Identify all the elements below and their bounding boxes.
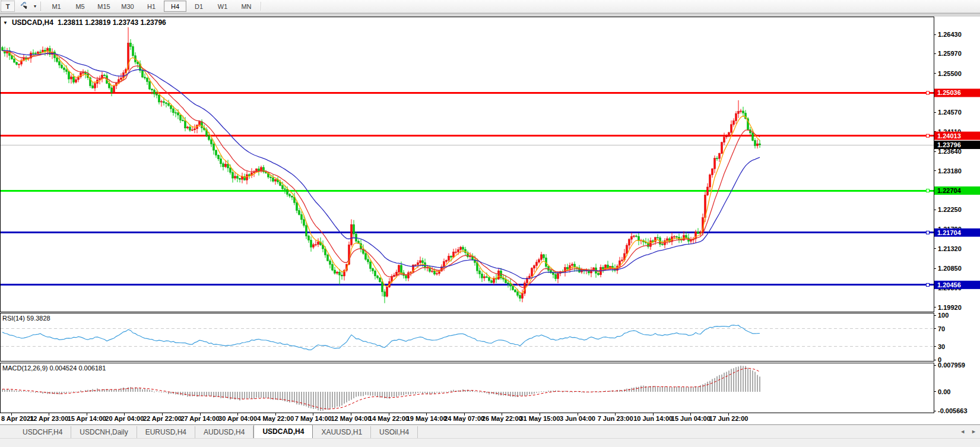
- price-tick-label: 1.24570: [938, 109, 962, 116]
- time-tick-label: 26 May 22:00: [482, 415, 522, 422]
- time-tick-label: 15 Jun 04:00: [671, 415, 711, 422]
- time-tick-label: 27 Apr 14:00: [180, 415, 219, 422]
- time-tick-label: 19 May 14:00: [407, 415, 447, 422]
- timeframe-button-H1[interactable]: H1: [140, 1, 163, 12]
- time-tick-label: 7 Jun 23:00: [598, 415, 633, 422]
- price-line-tag-label: 1.21704: [937, 229, 962, 236]
- tab-scroll-controls: ◄ ►: [960, 429, 976, 435]
- time-tick-label: 12 Apr 23:00: [30, 415, 68, 422]
- rsi-axis-label: 30: [938, 343, 945, 350]
- chart-window: 1.264301.259701.255001.245701.241101.236…: [0, 17, 980, 424]
- chart-symbol-period: USDCAD,H4: [12, 18, 53, 27]
- macd-indicator-label: MACD(12,26,9) 0.004524 0.006181: [2, 364, 106, 372]
- price-line-tag-label: 1.22704: [937, 187, 962, 194]
- chart-tab-USDCAD-H4[interactable]: USDCAD,H4: [253, 424, 313, 438]
- status-bar: [0, 438, 980, 447]
- collapse-data-icon[interactable]: ▼: [3, 20, 8, 26]
- time-tick-label: 10 Jun 14:00: [633, 415, 673, 422]
- chart-tab-XAUUSD-H1[interactable]: XAUUSD,H1: [313, 426, 371, 438]
- chart-svg[interactable]: 1.264301.259701.255001.245701.241101.236…: [0, 17, 980, 424]
- chart-header: ▼ USDCAD,H4 1.23811 1.23819 1.23743 1.23…: [3, 18, 166, 27]
- arrows-tool-icon: [20, 2, 28, 11]
- toolbar-separator: [261, 2, 262, 11]
- timeframe-button-M30[interactable]: M30: [116, 1, 139, 12]
- time-tick-label: 3 Jun 04:00: [560, 415, 595, 422]
- price-line-tag-label: 1.25036: [937, 89, 961, 96]
- hline-marker[interactable]: [927, 134, 930, 137]
- chart-tab-bar: USDCHF,H4USDCNH,DailyEURUSD,H4AUDUSD,H4U…: [0, 424, 980, 438]
- hline-marker[interactable]: [927, 91, 930, 94]
- price-tick-label: 1.20850: [938, 265, 962, 272]
- rsi-panel: [1, 313, 934, 362]
- hline-marker[interactable]: [927, 189, 930, 192]
- price-tick-label: 1.21320: [938, 245, 962, 252]
- timeframe-button-M15[interactable]: M15: [93, 1, 115, 12]
- rsi-axis-label: 70: [938, 325, 945, 332]
- price-axis: 1.264301.259701.255001.245701.241101.236…: [934, 31, 962, 311]
- chart-tab-AUDUSD-H4[interactable]: AUDUSD,H4: [195, 426, 253, 438]
- tab-scroll-left[interactable]: ◄: [960, 429, 965, 435]
- time-tick-label: 30 Apr 04:00: [218, 415, 257, 422]
- time-tick-label: 12 May 04:00: [331, 415, 371, 422]
- time-tick-label: 17 Jun 22:00: [709, 415, 748, 422]
- timeframe-button-M5[interactable]: M5: [69, 1, 91, 12]
- timeframe-button-H4[interactable]: H4: [164, 1, 186, 12]
- time-tick-label: 15 Apr 14:00: [68, 415, 106, 422]
- macd-axis-label: -0.005663: [938, 407, 968, 414]
- timeframe-button-D1[interactable]: D1: [188, 1, 210, 12]
- time-tick-label: 8 Apr 2021: [1, 415, 34, 422]
- time-tick-label: 7 May 14:00: [295, 415, 332, 422]
- chart-tab-USDCHF-H4[interactable]: USDCHF,H4: [14, 426, 71, 438]
- timeframe-button-MN[interactable]: MN: [235, 1, 258, 12]
- rsi-axis-label: 100: [938, 312, 949, 319]
- timeframe-button-group: M1M5M15M30H1H4D1W1MN: [45, 1, 258, 12]
- time-tick-label: 14 May 22:00: [369, 415, 409, 422]
- time-tick-label: 31 May 15:00: [519, 415, 560, 422]
- price-line-tag-label: 1.20456: [937, 281, 961, 289]
- timeframe-button-M1[interactable]: M1: [45, 1, 68, 12]
- chart-tab-USDCNH-Daily[interactable]: USDCNH,Daily: [71, 426, 137, 438]
- price-tick-label: 1.23180: [938, 167, 962, 175]
- price-tick-label: 1.19920: [938, 304, 962, 311]
- time-axis: 8 Apr 202112 Apr 23:0015 Apr 14:0020 Apr…: [1, 413, 748, 423]
- top-toolbar: T ▾ M1M5M15M30H1H4D1W1MN: [0, 0, 980, 13]
- macd-axis-label: 0.00: [938, 388, 950, 395]
- price-tick-label: 1.22250: [938, 206, 962, 213]
- time-tick-label: 22 Apr 22:00: [143, 415, 182, 422]
- price-tick-label: 1.25500: [938, 70, 962, 77]
- time-tick-label: 20 Apr 04:00: [105, 415, 144, 422]
- tab-scroll-right[interactable]: ►: [971, 429, 976, 435]
- chart-tab-EURUSD-H4[interactable]: EURUSD,H4: [137, 426, 195, 438]
- chart-ohlc-values: 1.23811 1.23819 1.23743 1.23796: [58, 18, 166, 27]
- time-tick-label: 4 May 22:00: [257, 415, 294, 422]
- price-line-tag-label: 1.24013: [937, 132, 961, 140]
- hline-marker[interactable]: [927, 231, 930, 234]
- text-tool-button[interactable]: T: [1, 1, 15, 12]
- timeframe-button-W1[interactable]: W1: [211, 1, 234, 12]
- rsi-indicator-label: RSI(14) 59.3828: [2, 315, 50, 322]
- time-tick-label: 24 May 07:00: [444, 415, 484, 422]
- tool-dropdown-caret[interactable]: ▾: [32, 4, 38, 9]
- price-tick-label: 1.26430: [938, 31, 962, 38]
- toolbar-grip: [40, 2, 41, 11]
- price-tick-label: 1.25970: [938, 50, 962, 57]
- hline-marker[interactable]: [927, 283, 930, 286]
- chart-tab-USOil-H4[interactable]: USOil,H4: [371, 426, 418, 438]
- macd-axis-label: 0.007959: [938, 362, 965, 369]
- current-price-tag-label: 1.23796: [937, 141, 961, 148]
- cursor-arrows-button[interactable]: [16, 1, 31, 12]
